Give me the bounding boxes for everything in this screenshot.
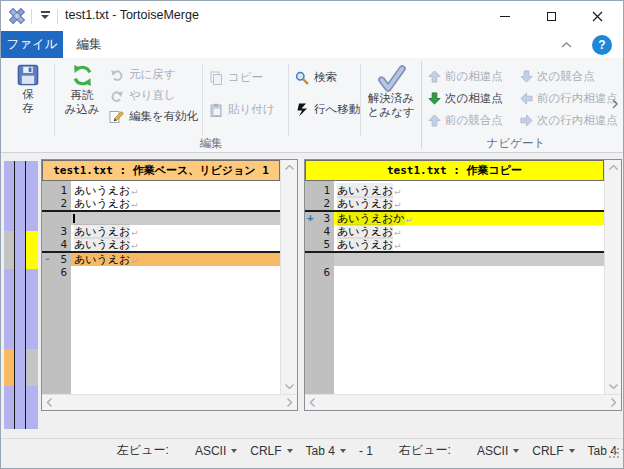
next-conflict-button[interactable]: 次の競合点: [520, 66, 595, 86]
search-button[interactable]: 検索: [294, 67, 337, 88]
tab-edit[interactable]: 編集: [63, 31, 115, 58]
redo-button[interactable]: やり直し: [109, 85, 176, 106]
missing-line-block[interactable]: [305, 253, 604, 266]
next-inline-diff-label: 次の行内相違点: [537, 113, 618, 128]
removed-marker-icon: -: [44, 252, 51, 265]
scroll-down-arrow-icon[interactable]: [281, 379, 297, 394]
crlf-return-icon: ↵: [394, 239, 400, 250]
search-label: 検索: [314, 70, 337, 85]
diff-locator-bar[interactable]: [4, 161, 38, 429]
next-inline-diff-button[interactable]: 次の行内相違点: [520, 110, 618, 130]
goto-line-button[interactable]: 行へ移動: [294, 99, 360, 120]
undo-button[interactable]: 元に戻す: [109, 64, 176, 85]
scroll-up-arrow-icon[interactable]: [281, 160, 297, 175]
enable-edit-label: 編集を有効化: [129, 109, 198, 124]
ribbon: 保 存 再読 み込み 元に戻す: [1, 58, 623, 153]
line-number: 4: [42, 238, 71, 251]
locator-missing-segment: [26, 349, 38, 386]
arrow-left-icon: [520, 92, 533, 105]
app-icon[interactable]: [8, 7, 26, 25]
clipboard-icon: [208, 102, 223, 117]
line-number: 1: [42, 184, 71, 197]
ribbon-separator: [54, 64, 55, 136]
undo-arrow-icon: [109, 67, 124, 82]
title-bar: test1.txt - TortoiseMerge: [1, 1, 623, 31]
line-text: あいうえお: [337, 196, 393, 211]
close-button[interactable]: [574, 1, 620, 31]
prev-inline-diff-label: 前の行内相違点: [537, 91, 618, 106]
diff-line[interactable]: 5 あいうえお↵: [305, 238, 604, 251]
enable-edit-button[interactable]: 編集を有効化: [109, 106, 198, 127]
line-text: あいうえお: [337, 237, 393, 252]
diff-line[interactable]: 6: [42, 266, 280, 279]
prev-diff-button[interactable]: 前の相違点: [428, 66, 503, 86]
collapse-ribbon-button[interactable]: [557, 37, 575, 53]
arrow-up-icon: [428, 70, 441, 83]
ribbon-overflow-button[interactable]: [612, 96, 622, 112]
crlf-return-icon: ↵: [394, 185, 400, 196]
left-encoding-dropdown[interactable]: ASCII: [195, 444, 237, 458]
prev-conflict-label: 前の競合点: [445, 113, 503, 128]
right-vertical-scrollbar[interactable]: [604, 160, 621, 394]
locator-missing-segment: [4, 231, 14, 269]
arrow-up-icon: [428, 114, 441, 127]
quick-access-dropdown-icon[interactable]: [38, 10, 52, 22]
diff-line[interactable]: 4 あいうえお↵: [42, 238, 280, 251]
right-eol-dropdown[interactable]: CRLF: [532, 444, 574, 458]
line-text: あいうえお: [74, 196, 130, 211]
line-number: -5: [42, 253, 71, 266]
locator-middle-column[interactable]: [15, 161, 25, 429]
tab-file[interactable]: ファイル: [1, 31, 63, 58]
scroll-up-arrow-icon[interactable]: [605, 160, 621, 175]
diff-line[interactable]: 2 あいうえお↵: [305, 197, 604, 210]
undo-label: 元に戻す: [129, 67, 176, 82]
left-horizontal-scrollbar[interactable]: [42, 394, 297, 410]
ribbon-separator: [360, 64, 361, 136]
titlebar-separator: [31, 9, 32, 24]
floppy-disk-icon: [17, 64, 39, 86]
minimize-button[interactable]: [482, 1, 528, 31]
diff-line[interactable]: 2 あいうえお↵: [42, 197, 280, 210]
prev-conflict-button[interactable]: 前の競合点: [428, 110, 503, 130]
magnifier-icon: [294, 70, 309, 85]
close-icon: [592, 11, 603, 22]
removed-diff-line[interactable]: -5 あいうえお↵: [42, 253, 280, 266]
help-button[interactable]: ?: [592, 35, 612, 55]
locator-left-column[interactable]: [4, 161, 14, 429]
scroll-right-arrow-icon[interactable]: [611, 398, 616, 407]
left-eol-dropdown[interactable]: CRLF: [250, 444, 292, 458]
ribbon-separator: [288, 64, 289, 136]
window-title: test1.txt - TortoiseMerge: [65, 8, 199, 22]
left-pane-content[interactable]: 1 あいうえお↵ 2 あいうえお↵ 3 あいうえお↵: [42, 181, 280, 394]
chevron-down-icon: [287, 449, 293, 453]
prev-inline-diff-button[interactable]: 前の行内相違点: [520, 88, 618, 108]
crlf-return-icon: ↵: [131, 254, 137, 265]
left-vertical-scrollbar[interactable]: [280, 160, 297, 394]
maximize-button[interactable]: [528, 1, 574, 31]
next-diff-button[interactable]: 次の相違点: [428, 88, 503, 108]
scroll-left-arrow-icon[interactable]: [47, 398, 52, 407]
status-bar: 左ビュー: ASCII CRLF Tab 4 - 1 右ビュー: ASCII C…: [1, 438, 623, 462]
crlf-return-icon: ↵: [131, 198, 137, 209]
paste-button[interactable]: 貼り付け: [208, 99, 275, 120]
line-number: 4: [305, 225, 334, 238]
mark-resolved-button[interactable]: 解決済み とみなす: [363, 61, 419, 137]
right-pane-content[interactable]: 1 あいうえお↵ 2 あいうえお↵ +3 あいうえおか↵ 4 あいうえお↵ 5: [305, 181, 604, 394]
question-mark-icon: ?: [598, 38, 605, 52]
scroll-down-arrow-icon[interactable]: [605, 379, 621, 394]
line-number: 5: [305, 238, 334, 251]
right-horizontal-scrollbar[interactable]: [305, 394, 621, 410]
left-tab-dropdown[interactable]: Tab 4: [306, 444, 346, 458]
resize-grip[interactable]: [607, 446, 619, 458]
added-marker-icon: +: [307, 211, 314, 224]
diff-line[interactable]: 6: [305, 266, 604, 279]
scroll-right-arrow-icon[interactable]: [287, 398, 292, 407]
redo-arrow-icon: [109, 88, 124, 103]
locator-right-column[interactable]: [26, 161, 38, 429]
right-encoding-dropdown[interactable]: ASCII: [477, 444, 519, 458]
save-label: 保: [22, 88, 34, 100]
reload-button[interactable]: 再読 み込み: [58, 61, 106, 137]
copy-button[interactable]: コピー: [208, 67, 263, 88]
save-button[interactable]: 保 存: [5, 61, 51, 137]
scroll-left-arrow-icon[interactable]: [310, 398, 315, 407]
